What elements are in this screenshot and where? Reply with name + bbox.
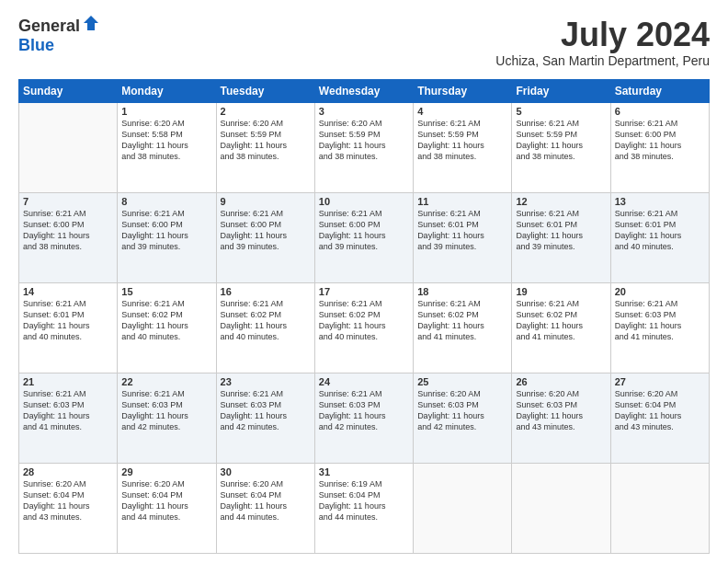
day-info: Sunrise: 6:20 AM Sunset: 6:03 PM Dayligh… — [516, 388, 606, 433]
day-number: 20 — [615, 286, 705, 297]
day-info: Sunrise: 6:20 AM Sunset: 6:04 PM Dayligh… — [121, 478, 211, 523]
calendar-table: SundayMondayTuesdayWednesdayThursdayFrid… — [18, 79, 710, 554]
calendar-cell: 24Sunrise: 6:21 AM Sunset: 6:03 PM Dayli… — [314, 373, 413, 463]
logo-general-text: General — [18, 17, 80, 36]
day-info: Sunrise: 6:21 AM Sunset: 6:00 PM Dayligh… — [121, 208, 211, 253]
day-info: Sunrise: 6:21 AM Sunset: 6:02 PM Dayligh… — [121, 298, 211, 343]
day-number: 29 — [121, 466, 211, 477]
calendar-header-row: SundayMondayTuesdayWednesdayThursdayFrid… — [19, 79, 710, 102]
day-number: 28 — [23, 466, 113, 477]
day-info: Sunrise: 6:21 AM Sunset: 6:03 PM Dayligh… — [319, 388, 409, 433]
day-info: Sunrise: 6:20 AM Sunset: 6:03 PM Dayligh… — [417, 388, 507, 433]
calendar-cell: 3Sunrise: 6:20 AM Sunset: 5:59 PM Daylig… — [314, 102, 413, 192]
location-text: Uchiza, San Martin Department, Peru — [495, 53, 710, 68]
calendar-cell: 12Sunrise: 6:21 AM Sunset: 6:01 PM Dayli… — [512, 192, 610, 282]
calendar-cell: 21Sunrise: 6:21 AM Sunset: 6:03 PM Dayli… — [19, 373, 118, 463]
calendar-header-sunday: Sunday — [19, 79, 118, 102]
calendar-cell: 6Sunrise: 6:21 AM Sunset: 6:00 PM Daylig… — [610, 102, 709, 192]
calendar-cell: 10Sunrise: 6:21 AM Sunset: 6:00 PM Dayli… — [314, 192, 413, 282]
day-number: 24 — [319, 376, 409, 387]
calendar-cell: 11Sunrise: 6:21 AM Sunset: 6:01 PM Dayli… — [414, 192, 512, 282]
day-info: Sunrise: 6:20 AM Sunset: 5:59 PM Dayligh… — [319, 118, 409, 163]
calendar-cell: 31Sunrise: 6:19 AM Sunset: 6:04 PM Dayli… — [314, 463, 413, 553]
day-info: Sunrise: 6:21 AM Sunset: 5:59 PM Dayligh… — [417, 118, 507, 163]
day-info: Sunrise: 6:21 AM Sunset: 6:02 PM Dayligh… — [417, 298, 507, 343]
calendar-cell: 14Sunrise: 6:21 AM Sunset: 6:01 PM Dayli… — [19, 282, 118, 373]
day-number: 4 — [417, 106, 507, 117]
calendar-cell: 9Sunrise: 6:21 AM Sunset: 6:00 PM Daylig… — [216, 192, 314, 282]
calendar-cell: 13Sunrise: 6:21 AM Sunset: 6:01 PM Dayli… — [610, 192, 709, 282]
calendar-cell: 23Sunrise: 6:21 AM Sunset: 6:03 PM Dayli… — [216, 373, 314, 463]
day-info: Sunrise: 6:21 AM Sunset: 6:00 PM Dayligh… — [319, 208, 409, 253]
calendar-header-monday: Monday — [118, 79, 216, 102]
day-number: 10 — [319, 196, 409, 207]
day-info: Sunrise: 6:21 AM Sunset: 6:02 PM Dayligh… — [516, 298, 606, 343]
day-number: 7 — [23, 196, 113, 207]
calendar-cell: 27Sunrise: 6:20 AM Sunset: 6:04 PM Dayli… — [610, 373, 709, 463]
logo: General Blue — [18, 17, 100, 55]
calendar-cell: 5Sunrise: 6:21 AM Sunset: 5:59 PM Daylig… — [512, 102, 610, 192]
calendar-week-row: 28Sunrise: 6:20 AM Sunset: 6:04 PM Dayli… — [19, 463, 710, 553]
day-number: 27 — [615, 376, 705, 387]
day-number: 25 — [417, 376, 507, 387]
day-info: Sunrise: 6:21 AM Sunset: 5:59 PM Dayligh… — [516, 118, 606, 163]
calendar-cell: 17Sunrise: 6:21 AM Sunset: 6:02 PM Dayli… — [314, 282, 413, 373]
calendar-cell: 26Sunrise: 6:20 AM Sunset: 6:03 PM Dayli… — [512, 373, 610, 463]
calendar-cell: 2Sunrise: 6:20 AM Sunset: 5:59 PM Daylig… — [216, 102, 314, 192]
page: General Blue July 2024 Uchiza, San Marti… — [0, 0, 728, 563]
day-number: 17 — [319, 286, 409, 297]
calendar-cell: 25Sunrise: 6:20 AM Sunset: 6:03 PM Dayli… — [414, 373, 512, 463]
calendar-cell: 22Sunrise: 6:21 AM Sunset: 6:03 PM Dayli… — [118, 373, 216, 463]
calendar-header-wednesday: Wednesday — [314, 79, 413, 102]
day-number: 14 — [23, 286, 113, 297]
day-number: 11 — [417, 196, 507, 207]
day-number: 9 — [221, 196, 311, 207]
day-number: 22 — [121, 376, 211, 387]
day-info: Sunrise: 6:20 AM Sunset: 5:59 PM Dayligh… — [221, 118, 311, 163]
day-number: 12 — [516, 196, 606, 207]
day-info: Sunrise: 6:20 AM Sunset: 6:04 PM Dayligh… — [23, 478, 113, 523]
day-info: Sunrise: 6:21 AM Sunset: 6:01 PM Dayligh… — [615, 208, 705, 253]
calendar-header-saturday: Saturday — [610, 79, 709, 102]
day-info: Sunrise: 6:21 AM Sunset: 6:03 PM Dayligh… — [615, 298, 705, 343]
day-number: 6 — [615, 106, 705, 117]
day-info: Sunrise: 6:21 AM Sunset: 6:03 PM Dayligh… — [121, 388, 211, 433]
title-section: July 2024 Uchiza, San Martin Department,… — [495, 17, 710, 68]
calendar-cell — [512, 463, 610, 553]
day-number: 26 — [516, 376, 606, 387]
calendar-cell: 1Sunrise: 6:20 AM Sunset: 5:58 PM Daylig… — [118, 102, 216, 192]
day-number: 1 — [121, 106, 211, 117]
calendar-cell: 30Sunrise: 6:20 AM Sunset: 6:04 PM Dayli… — [216, 463, 314, 553]
day-number: 31 — [319, 466, 409, 477]
day-info: Sunrise: 6:21 AM Sunset: 6:02 PM Dayligh… — [319, 298, 409, 343]
calendar-week-row: 14Sunrise: 6:21 AM Sunset: 6:01 PM Dayli… — [19, 282, 710, 373]
calendar-header-tuesday: Tuesday — [216, 79, 314, 102]
day-info: Sunrise: 6:21 AM Sunset: 6:00 PM Dayligh… — [615, 118, 705, 163]
day-number: 5 — [516, 106, 606, 117]
calendar-cell: 15Sunrise: 6:21 AM Sunset: 6:02 PM Dayli… — [118, 282, 216, 373]
calendar-cell: 18Sunrise: 6:21 AM Sunset: 6:02 PM Dayli… — [414, 282, 512, 373]
calendar-cell — [414, 463, 512, 553]
day-info: Sunrise: 6:21 AM Sunset: 6:01 PM Dayligh… — [516, 208, 606, 253]
day-number: 16 — [221, 286, 311, 297]
day-number: 30 — [221, 466, 311, 477]
logo-blue-text: Blue — [18, 36, 54, 55]
day-number: 13 — [615, 196, 705, 207]
calendar-week-row: 7Sunrise: 6:21 AM Sunset: 6:00 PM Daylig… — [19, 192, 710, 282]
day-number: 8 — [121, 196, 211, 207]
day-info: Sunrise: 6:20 AM Sunset: 5:58 PM Dayligh… — [121, 118, 211, 163]
day-number: 2 — [221, 106, 311, 117]
calendar-cell: 16Sunrise: 6:21 AM Sunset: 6:02 PM Dayli… — [216, 282, 314, 373]
logo-icon — [82, 14, 100, 32]
calendar-week-row: 1Sunrise: 6:20 AM Sunset: 5:58 PM Daylig… — [19, 102, 710, 192]
day-number: 23 — [221, 376, 311, 387]
calendar-cell: 8Sunrise: 6:21 AM Sunset: 6:00 PM Daylig… — [118, 192, 216, 282]
day-info: Sunrise: 6:21 AM Sunset: 6:00 PM Dayligh… — [23, 208, 113, 253]
calendar-week-row: 21Sunrise: 6:21 AM Sunset: 6:03 PM Dayli… — [19, 373, 710, 463]
calendar-cell: 20Sunrise: 6:21 AM Sunset: 6:03 PM Dayli… — [610, 282, 709, 373]
calendar-cell: 28Sunrise: 6:20 AM Sunset: 6:04 PM Dayli… — [19, 463, 118, 553]
calendar-cell — [19, 102, 118, 192]
day-info: Sunrise: 6:21 AM Sunset: 6:00 PM Dayligh… — [221, 208, 311, 253]
day-info: Sunrise: 6:21 AM Sunset: 6:03 PM Dayligh… — [23, 388, 113, 433]
day-number: 21 — [23, 376, 113, 387]
